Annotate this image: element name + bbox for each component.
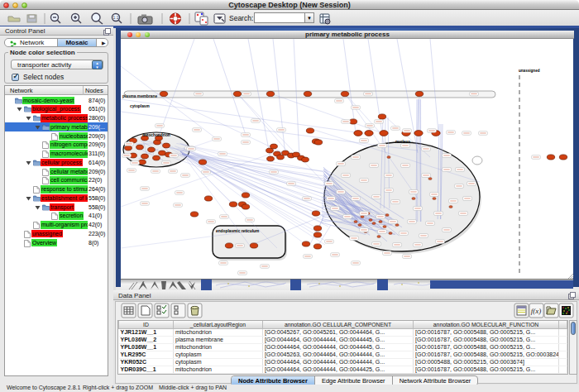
svg-text:f(x): f(x) bbox=[531, 307, 542, 315]
svg-text:mitochondrion: mitochondrion bbox=[142, 133, 170, 137]
svg-text:unassigned: unassigned bbox=[519, 69, 540, 73]
svg-text:1:1: 1:1 bbox=[113, 15, 119, 20]
svg-text:endoplasmic reticulum: endoplasmic reticulum bbox=[216, 229, 259, 233]
svg-text:nucleus: nucleus bbox=[395, 140, 410, 144]
svg-text:plasma membrane: plasma membrane bbox=[122, 94, 157, 98]
svg-text:cytoplasm: cytoplasm bbox=[130, 104, 150, 108]
